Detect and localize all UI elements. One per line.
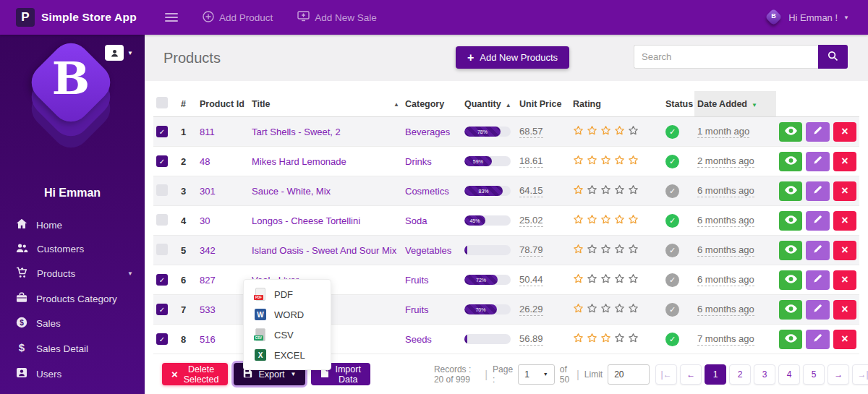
delete-button[interactable]: × bbox=[833, 330, 856, 349]
star-gray-icon[interactable] bbox=[600, 244, 611, 257]
delete-button[interactable]: × bbox=[833, 270, 856, 290]
star-gold-icon[interactable] bbox=[573, 333, 584, 346]
row-checkbox[interactable] bbox=[156, 214, 168, 226]
star-gold-icon[interactable] bbox=[573, 155, 584, 168]
star-gray-icon[interactable] bbox=[614, 184, 625, 197]
export-option-pdf[interactable]: PDFPDF bbox=[244, 284, 331, 304]
view-button[interactable] bbox=[779, 330, 802, 349]
edit-button[interactable] bbox=[806, 152, 829, 171]
sidebar-item-customers[interactable]: Customers bbox=[0, 237, 145, 261]
star-gray-icon[interactable] bbox=[587, 244, 597, 257]
column-header-category[interactable]: Category bbox=[402, 91, 461, 117]
limit-input[interactable] bbox=[608, 364, 650, 385]
page-button-2[interactable]: 2 bbox=[729, 364, 751, 385]
row-checkbox[interactable] bbox=[156, 244, 168, 255]
star-gray-icon[interactable] bbox=[600, 273, 611, 286]
star-gray-icon[interactable] bbox=[628, 244, 639, 257]
last-page-button[interactable]: →| bbox=[852, 364, 868, 385]
edit-button[interactable] bbox=[806, 241, 829, 260]
delete-button[interactable]: × bbox=[833, 300, 856, 320]
delete-selected-button[interactable]: × Delete Selected bbox=[162, 363, 228, 385]
star-gray-icon[interactable] bbox=[587, 303, 597, 316]
column-header-#[interactable]: # bbox=[178, 91, 197, 117]
menu-toggle-icon[interactable] bbox=[165, 13, 178, 22]
search-input[interactable] bbox=[634, 45, 818, 69]
sort-asc-icon[interactable]: ▲ bbox=[393, 101, 399, 108]
star-gray-icon[interactable] bbox=[587, 184, 597, 197]
delete-button[interactable]: × bbox=[833, 122, 856, 142]
sidebar-item-users[interactable]: Users bbox=[0, 361, 145, 386]
export-option-csv[interactable]: CSVCSV bbox=[244, 325, 331, 345]
star-gold-icon[interactable] bbox=[614, 155, 625, 168]
page-button-4[interactable]: 4 bbox=[778, 364, 800, 385]
star-gold-icon[interactable] bbox=[600, 155, 611, 168]
star-gray-icon[interactable] bbox=[614, 244, 625, 257]
view-button[interactable] bbox=[779, 241, 802, 260]
column-header-product-id[interactable]: Product Id bbox=[197, 91, 249, 117]
star-gold-icon[interactable] bbox=[614, 214, 625, 227]
brand[interactable]: P Simple Store App bbox=[0, 8, 145, 27]
delete-button[interactable]: × bbox=[833, 181, 856, 201]
profile-badge-button[interactable]: ▼ bbox=[105, 45, 133, 61]
star-gold-icon[interactable] bbox=[628, 214, 639, 227]
edit-button[interactable] bbox=[806, 300, 829, 320]
prev-page-button[interactable]: ← bbox=[680, 364, 702, 385]
star-gold-icon[interactable] bbox=[600, 125, 611, 138]
star-gray-icon[interactable] bbox=[600, 184, 611, 197]
star-gold-icon[interactable] bbox=[587, 214, 597, 227]
sidebar-item-home[interactable]: Home bbox=[0, 213, 145, 237]
star-gray-icon[interactable] bbox=[614, 333, 625, 346]
star-gold-icon[interactable] bbox=[573, 184, 584, 197]
next-page-button[interactable]: → bbox=[827, 364, 849, 385]
user-menu[interactable]: B Hi Emman ! ▼ bbox=[765, 9, 849, 25]
sort-desc-icon[interactable]: ▼ bbox=[752, 102, 757, 108]
star-gold-icon[interactable] bbox=[600, 214, 611, 227]
row-checkbox[interactable]: ✓ bbox=[156, 304, 168, 315]
star-gold-icon[interactable] bbox=[587, 155, 597, 168]
view-button[interactable] bbox=[779, 211, 802, 231]
sidebar-item-products[interactable]: Products▼ bbox=[0, 261, 145, 286]
delete-button[interactable]: × bbox=[833, 211, 856, 231]
edit-button[interactable] bbox=[806, 181, 829, 201]
star-gold-icon[interactable] bbox=[573, 244, 584, 257]
add-product-button[interactable]: Add Product bbox=[203, 11, 273, 25]
page-button-3[interactable]: 3 bbox=[754, 364, 775, 385]
column-header-date-added[interactable]: Date Added▼ bbox=[694, 91, 776, 117]
export-option-excel[interactable]: XEXCEL bbox=[244, 345, 331, 365]
edit-button[interactable] bbox=[806, 330, 829, 349]
row-checkbox[interactable]: ✓ bbox=[156, 126, 168, 137]
star-gold-icon[interactable] bbox=[573, 303, 584, 316]
export-option-word[interactable]: WWORD bbox=[244, 304, 331, 325]
star-gray-icon[interactable] bbox=[600, 303, 611, 316]
row-checkbox[interactable]: ✓ bbox=[156, 274, 168, 286]
column-header-unit-price[interactable]: Unit Price bbox=[516, 91, 570, 117]
select-all-checkbox[interactable] bbox=[156, 97, 168, 108]
column-header-quantity[interactable]: Quantity▲ bbox=[461, 91, 516, 117]
page-select[interactable]: 1 ▼ bbox=[518, 364, 555, 385]
view-button[interactable] bbox=[779, 300, 802, 320]
view-button[interactable] bbox=[779, 181, 802, 201]
column-header-title[interactable]: Title▲ bbox=[249, 91, 402, 117]
star-gold-icon[interactable] bbox=[573, 273, 584, 286]
star-gold-icon[interactable] bbox=[573, 214, 584, 227]
sidebar-item-products-category[interactable]: Products Category bbox=[0, 286, 145, 311]
star-gray-icon[interactable] bbox=[628, 303, 639, 316]
edit-button[interactable] bbox=[806, 122, 829, 142]
star-gray-icon[interactable] bbox=[628, 273, 639, 286]
edit-button[interactable] bbox=[806, 270, 829, 290]
delete-button[interactable]: × bbox=[833, 152, 856, 171]
sort-asc-icon[interactable]: ▲ bbox=[506, 102, 511, 108]
page-button-5[interactable]: 5 bbox=[803, 364, 825, 385]
star-gray-icon[interactable] bbox=[587, 273, 597, 286]
column-header-status[interactable]: Status bbox=[663, 91, 694, 117]
star-gold-icon[interactable] bbox=[573, 125, 584, 138]
row-checkbox[interactable]: ✓ bbox=[156, 333, 168, 345]
sidebar-item-sales[interactable]: $Sales bbox=[0, 311, 145, 336]
search-button[interactable] bbox=[818, 45, 848, 69]
edit-button[interactable] bbox=[806, 211, 829, 231]
add-new-sale-button[interactable]: Add New Sale bbox=[297, 11, 377, 24]
star-gold-icon[interactable] bbox=[600, 333, 611, 346]
star-gray-icon[interactable] bbox=[628, 125, 639, 138]
star-gray-icon[interactable] bbox=[628, 333, 639, 346]
view-button[interactable] bbox=[779, 270, 802, 290]
